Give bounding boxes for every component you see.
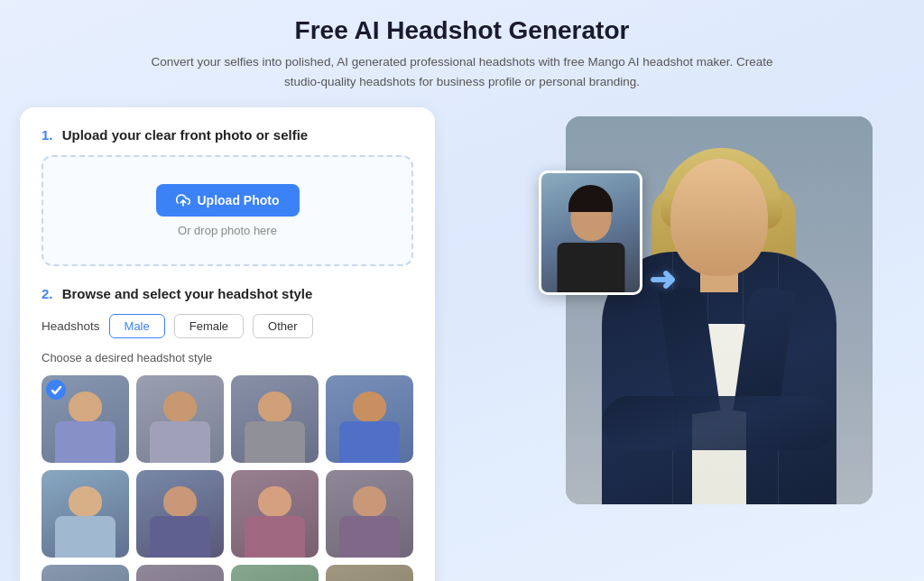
headshot-item[interactable]	[42, 470, 129, 558]
headshot-item[interactable]	[136, 565, 224, 581]
selfie-hair	[568, 185, 613, 212]
right-panel: ➜	[462, 107, 904, 522]
drop-text: Or drop photo here	[178, 224, 277, 237]
input-photo-thumbnail	[539, 171, 642, 295]
subtitle-text: Convert your selfies into polished, AI g…	[146, 52, 778, 91]
woman-arms	[602, 396, 836, 450]
step2-number: 2.	[42, 286, 53, 301]
headshot-item[interactable]	[231, 565, 319, 581]
step2-section: 2. Browse and select your headshot style…	[42, 286, 413, 581]
step2-label: Browse and select your headshot style	[62, 286, 313, 301]
headshot-item[interactable]	[42, 375, 129, 463]
headshot-grid	[42, 375, 413, 581]
filter-label: Headshots	[42, 319, 100, 333]
selfie-body	[557, 243, 624, 292]
step1-label: Upload your clear front photo or selfie	[62, 127, 309, 143]
step2-title: 2. Browse and select your headshot style	[42, 286, 413, 301]
page-wrapper: Free AI Headshot Generator Convert your …	[0, 0, 924, 581]
upload-area: Upload Photo Or drop photo here	[42, 155, 413, 266]
headshot-item[interactable]	[42, 565, 129, 581]
headshot-item[interactable]	[326, 375, 413, 463]
headshot-item[interactable]	[326, 470, 413, 558]
choose-label: Choose a desired headshot style	[42, 351, 413, 364]
filter-female-button[interactable]: Female	[174, 314, 244, 338]
headshot-item[interactable]	[231, 470, 319, 558]
header-section: Free AI Headshot Generator Convert your …	[146, 16, 778, 91]
filter-other-button[interactable]: Other	[253, 314, 313, 338]
step1-number: 1.	[42, 127, 53, 143]
content-area: 1. Upload your clear front photo or self…	[20, 107, 904, 581]
headshot-item[interactable]	[136, 470, 224, 558]
headshot-item[interactable]	[231, 375, 319, 463]
transform-arrow-icon: ➜	[649, 261, 676, 299]
upload-photo-button[interactable]: Upload Photo	[156, 184, 300, 217]
left-panel: 1. Upload your clear front photo or self…	[20, 107, 435, 581]
woman-face	[670, 159, 768, 276]
preview-container: ➜	[494, 116, 873, 522]
step1-title: 1. Upload your clear front photo or self…	[42, 127, 413, 143]
headshot-item[interactable]	[326, 565, 413, 581]
upload-icon	[176, 193, 190, 208]
page-title: Free AI Headshot Generator	[146, 16, 778, 45]
headshot-grid-wrapper	[42, 375, 413, 581]
upload-button-label: Upload Photo	[198, 193, 280, 208]
headshot-item[interactable]	[136, 375, 224, 463]
filter-male-button[interactable]: Male	[109, 314, 165, 338]
filter-row: Headshots Male Female Other	[42, 314, 413, 338]
